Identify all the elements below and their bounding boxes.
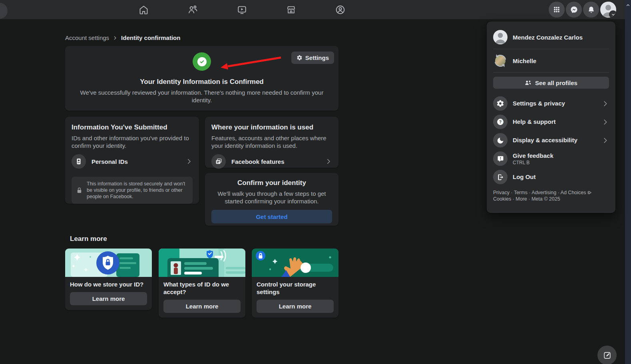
menu-item-display-accessibility[interactable]: Display & accessibility: [493, 131, 609, 149]
profile-row-primary[interactable]: Mendez Conzalez Carlos: [493, 26, 609, 48]
lock-icon: [76, 187, 82, 194]
submitted-info-card: Information You've Submitted IDs and oth…: [65, 117, 199, 204]
menu-item-help-support[interactable]: ? Help & support: [493, 113, 609, 131]
chevron-right-icon: [185, 158, 193, 165]
learn-more-card-title: Control your storage settings: [257, 280, 334, 296]
menu-item-label: Display & accessibility: [513, 137, 577, 144]
chevron-right-icon: [601, 100, 609, 107]
profile-avatar: [493, 30, 508, 44]
menu-item-label: Give feedback: [513, 152, 553, 159]
gear-icon: [493, 96, 508, 111]
confirm-identity-card: Confirm your identity We'll walk you thr…: [205, 173, 338, 226]
friends-tab[interactable]: [183, 0, 202, 19]
chevron-right-icon: [601, 118, 609, 126]
menu-item-label: Help & support: [513, 118, 556, 125]
question-icon: ?: [493, 115, 508, 129]
menu-item-label: Settings & privacy: [513, 100, 565, 107]
learn-more-button[interactable]: Learn more: [70, 292, 147, 305]
divider: [493, 72, 609, 73]
compose-button[interactable]: [597, 346, 617, 364]
stacked-cards-icon: [211, 154, 226, 169]
menu-item-give-feedback[interactable]: Give feedback CTRL B: [493, 149, 609, 168]
secure-storage-text: This information is stored securely and …: [87, 181, 188, 200]
identity-confirmed-card: Settings Your Identity Information is Co…: [65, 46, 338, 111]
facebook-features-row[interactable]: Facebook features: [211, 154, 332, 169]
breadcrumb-current: Identity confirmation: [121, 34, 180, 41]
cta-description: We'll walk you through a few steps to ge…: [211, 190, 332, 205]
secure-storage-note: This information is stored securely and …: [72, 177, 193, 204]
menu-item-log-out[interactable]: Log Out: [493, 168, 609, 186]
apps-menu-button[interactable]: [549, 2, 565, 18]
feedback-icon: [493, 151, 508, 166]
messenger-button[interactable]: [566, 2, 582, 18]
id-card-icon: [72, 154, 86, 169]
footer-link[interactable]: Meta © 2025: [527, 196, 560, 202]
usage-card: Where your information is used Features,…: [205, 117, 338, 168]
learn-more-button[interactable]: Learn more: [163, 300, 241, 313]
breadcrumb-parent-link[interactable]: Account settings: [65, 34, 109, 41]
moon-icon: [493, 133, 508, 147]
menu-item-settings-privacy[interactable]: Settings & privacy: [493, 94, 609, 113]
chevron-right-icon: [113, 36, 117, 40]
see-all-profiles-button[interactable]: See all profiles: [493, 77, 609, 89]
legal-footer: PrivacyTermsAdvertisingAd ChoicesCookies…: [493, 189, 609, 202]
groups-tab[interactable]: [330, 0, 350, 19]
partial-left-button[interactable]: [0, 3, 8, 19]
scrollbar[interactable]: [625, 0, 631, 364]
profile-name: Michelle: [513, 58, 536, 64]
compose-pencil-icon: [603, 351, 611, 360]
learn-more-card-store-id: How do we store your ID? Learn more: [65, 249, 152, 310]
submitted-title: Information You've Submitted: [72, 123, 193, 132]
home-tab[interactable]: [134, 0, 153, 19]
footer-link[interactable]: Advertising: [527, 190, 556, 195]
logout-icon: [493, 170, 508, 184]
scroll-up-icon[interactable]: [626, 3, 630, 7]
confirmation-title: Your Identity Information is Confirmed: [65, 78, 338, 86]
menu-item-label: Log Out: [513, 173, 535, 181]
chevron-right-icon: [325, 158, 332, 165]
account-button[interactable]: [600, 2, 616, 18]
notifications-button[interactable]: [583, 2, 599, 18]
marketplace-icon: [286, 4, 297, 15]
home-icon: [138, 4, 149, 15]
footer-link[interactable]: More: [511, 196, 527, 202]
top-nav: [0, 0, 625, 19]
submitted-description: IDs and other information you've provide…: [72, 134, 193, 149]
id-types-illustration: [159, 249, 245, 277]
footer-link[interactable]: Ad Choices: [556, 190, 586, 195]
personal-ids-label: Personal IDs: [92, 158, 128, 165]
learn-more-button[interactable]: Learn more: [257, 300, 334, 313]
learn-more-card-storage-settings: Control your storage settings Learn more: [252, 249, 338, 318]
adchoices-icon: [587, 191, 592, 195]
confirmation-description: We've successfully reviewed your informa…: [78, 89, 326, 104]
menu-list: Settings & privacy ? Help & support Dis: [493, 94, 609, 186]
annotation-arrow: [216, 53, 284, 71]
marketplace-tab[interactable]: [281, 0, 301, 19]
watch-tab[interactable]: [232, 0, 251, 19]
footer-link[interactable]: Privacy: [493, 190, 510, 195]
footer-link[interactable]: Terms: [510, 190, 527, 195]
nav-actions: [549, 2, 616, 18]
switch-arrows-icon: [493, 54, 508, 68]
settings-button-label: Settings: [305, 54, 329, 61]
learn-more-card-title: How do we store your ID?: [70, 280, 147, 288]
learn-more-card-title: What types of ID do we accept?: [163, 280, 241, 296]
footer-link[interactable]: Cookies: [493, 196, 511, 202]
svg-text:?: ?: [499, 120, 502, 124]
learn-more-card-id-types: What types of ID do we accept? Learn mor…: [159, 249, 245, 318]
settings-button[interactable]: Settings: [291, 52, 334, 64]
personal-ids-row[interactable]: Personal IDs: [72, 154, 193, 169]
learn-more-title: Learn more: [70, 235, 107, 243]
menu-item-shortcut: CTRL B: [513, 160, 553, 165]
account-dropdown-menu: Mendez Conzalez Carlos Michelle See all …: [487, 22, 615, 213]
switch-profile-avatar: [493, 54, 508, 68]
get-started-button[interactable]: Get started: [211, 210, 332, 223]
profiles-people-icon: [525, 80, 531, 86]
profile-row-switch[interactable]: Michelle: [493, 50, 609, 72]
facebook-settings-page: Account settings Identity confirmation S…: [0, 0, 631, 364]
profile-name: Mendez Conzalez Carlos: [513, 34, 583, 41]
watch-icon: [237, 4, 247, 15]
see-all-profiles-label: See all profiles: [535, 80, 577, 86]
store-id-illustration: [65, 249, 152, 277]
messenger-icon: [570, 6, 578, 14]
